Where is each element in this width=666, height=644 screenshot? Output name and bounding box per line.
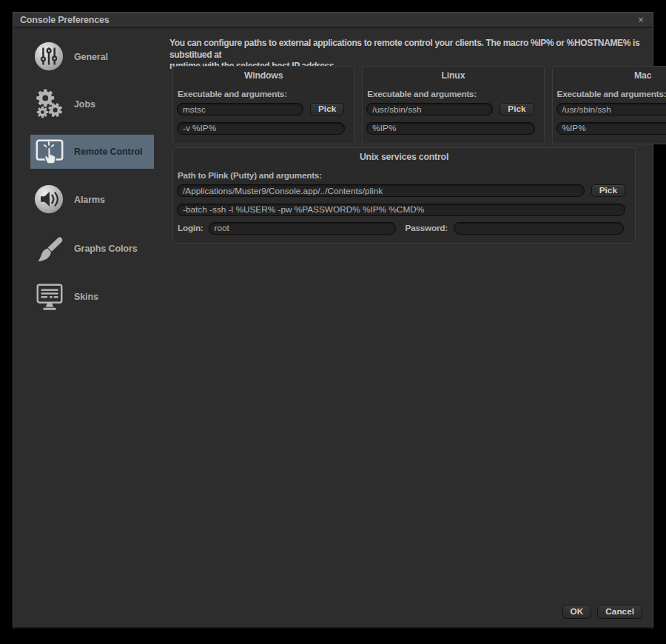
- sidebar-item-label: Skins: [74, 292, 98, 302]
- password-label: Password:: [406, 223, 448, 233]
- plink-pick-button[interactable]: Pick: [591, 184, 625, 197]
- sidebar-item-label: Alarms: [74, 195, 105, 205]
- close-icon[interactable]: ×: [635, 14, 647, 26]
- login-label: Login:: [178, 223, 204, 233]
- ok-button[interactable]: OK: [562, 605, 592, 619]
- monitor-icon: [34, 281, 65, 313]
- groupbox-title: Mac: [553, 70, 666, 81]
- windows-pick-button[interactable]: Pick: [310, 103, 344, 115]
- sidebar-item-jobs[interactable]: Jobs: [30, 87, 154, 121]
- dialog-content: General: [13, 28, 653, 626]
- executable-label: Executable and arguments:: [367, 89, 543, 99]
- linux-pick-button[interactable]: Pick: [500, 103, 534, 115]
- preferences-dialog: Console Preferences × General: [13, 12, 653, 628]
- dialog-footer: OK Cancel: [562, 605, 642, 619]
- sidebar-item-label: Remote Control: [74, 147, 142, 157]
- platform-boxes: Windows Executable and arguments: Pick L…: [172, 66, 636, 144]
- login-input[interactable]: [209, 222, 396, 235]
- password-input[interactable]: [454, 222, 624, 235]
- groupbox-title: Unix services control: [173, 152, 635, 162]
- linux-groupbox: Linux Executable and arguments: Pick: [362, 66, 544, 144]
- groupbox-title: Windows: [173, 70, 354, 81]
- cancel-button[interactable]: Cancel: [597, 605, 642, 619]
- speaker-icon: [34, 184, 65, 216]
- mac-arguments-input[interactable]: [556, 122, 666, 135]
- executable-label: Executable and arguments:: [557, 89, 666, 99]
- windows-arguments-input[interactable]: [177, 122, 345, 135]
- sidebar-item-alarms[interactable]: Alarms: [30, 183, 154, 217]
- linux-arguments-input[interactable]: [366, 122, 534, 135]
- title-bar: Console Preferences ×: [13, 13, 653, 28]
- executable-label: Executable and arguments:: [178, 89, 354, 99]
- sliders-icon: [34, 41, 65, 73]
- windows-groupbox: Windows Executable and arguments: Pick: [172, 66, 354, 144]
- gears-icon: [34, 88, 65, 121]
- sidebar-item-graphs-colors[interactable]: Graphs Colors: [30, 232, 154, 266]
- groupbox-title: Linux: [363, 70, 543, 81]
- sidebar-item-skins[interactable]: Skins: [30, 280, 154, 314]
- mac-executable-input[interactable]: [556, 103, 666, 115]
- unix-services-groupbox: Unix services control Path to Plink (Put…: [172, 147, 636, 244]
- paintbrush-icon: [34, 232, 65, 265]
- window-title: Console Preferences: [20, 15, 110, 25]
- sidebar-item-label: General: [74, 52, 108, 62]
- linux-executable-input[interactable]: [366, 103, 493, 115]
- sidebar-item-label: Graphs Colors: [74, 244, 138, 254]
- plink-path-label: Path to Plink (Putty) and arguments:: [178, 170, 635, 181]
- sidebar-item-label: Jobs: [74, 99, 95, 110]
- windows-executable-input[interactable]: [177, 103, 303, 115]
- plink-path-input[interactable]: [177, 184, 585, 197]
- plink-arguments-input[interactable]: [177, 204, 625, 216]
- remote-control-icon: [34, 135, 65, 168]
- sidebar-item-general[interactable]: General: [30, 40, 154, 74]
- sidebar-item-remote-control[interactable]: Remote Control: [30, 135, 154, 169]
- mac-groupbox: Mac Executable and arguments: Pick: [552, 66, 666, 144]
